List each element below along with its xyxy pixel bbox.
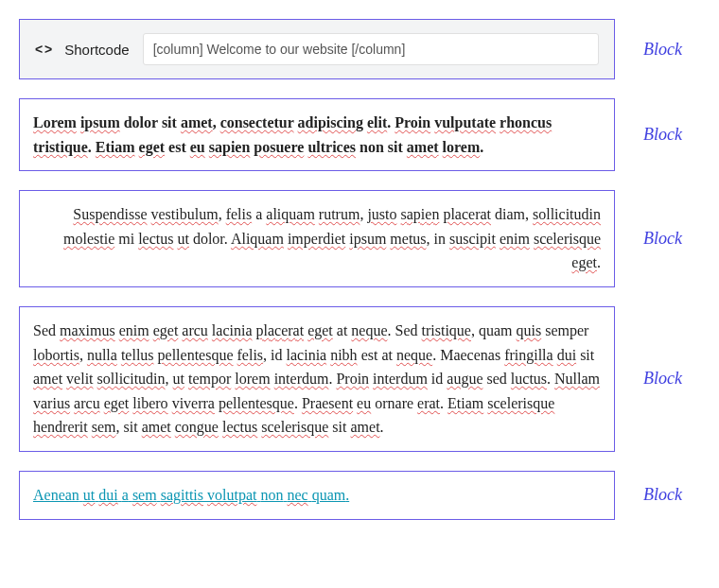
paragraph-block[interactable]: Sed maximus enim eget arcu lacinia place… (19, 306, 615, 452)
paragraph-text: Lorem ipsum dolor sit amet, consectetur … (33, 114, 552, 155)
code-icon: < > (35, 42, 51, 57)
paragraph-block-link[interactable]: Aenean ut dui a sem sagittis volutpat no… (19, 471, 615, 520)
block-row-shortcode: < > Shortcode Block (19, 19, 700, 79)
paragraph-block-bold[interactable]: Lorem ipsum dolor sit amet, consectetur … (19, 98, 615, 171)
block-label: Block (643, 125, 682, 145)
block-label: Block (643, 40, 682, 60)
block-label: Block (643, 485, 682, 505)
paragraph-link[interactable]: Aenean ut dui a sem sagittis volutpat no… (33, 487, 349, 503)
block-label: Block (643, 369, 682, 389)
shortcode-block[interactable]: < > Shortcode (19, 19, 615, 79)
block-row-right: Suspendisse vestibulum, felis a aliquam … (19, 190, 700, 287)
paragraph-block-right[interactable]: Suspendisse vestibulum, felis a aliquam … (19, 190, 615, 287)
shortcode-title: Shortcode (64, 42, 129, 58)
block-label: Block (643, 229, 682, 249)
block-row-long: Sed maximus enim eget arcu lacinia place… (19, 306, 700, 452)
paragraph-text: Suspendisse vestibulum, felis a aliquam … (63, 206, 601, 270)
block-row-link: Aenean ut dui a sem sagittis volutpat no… (19, 471, 700, 520)
shortcode-inner: < > Shortcode (20, 20, 614, 78)
block-row-bold: Lorem ipsum dolor sit amet, consectetur … (19, 98, 700, 171)
paragraph-text: Sed maximus enim eget arcu lacinia place… (33, 322, 600, 435)
shortcode-input[interactable] (143, 33, 599, 65)
